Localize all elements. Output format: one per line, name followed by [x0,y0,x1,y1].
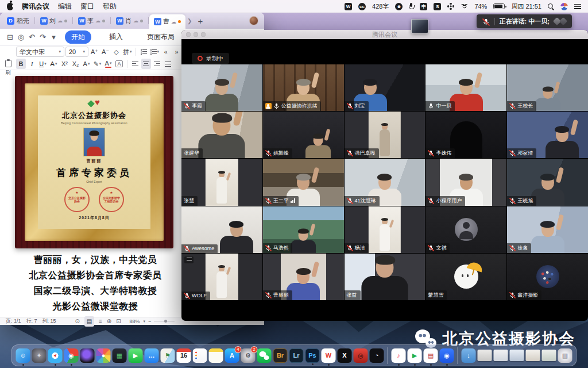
wps-doc-tab-1[interactable]: W刘☁ [36,13,72,29]
video-tile-王校长[interactable]: 王校长 [507,64,588,111]
video-tile-马浩然[interactable]: 马浩然 [263,206,344,253]
bullet-list-button[interactable] [139,47,149,57]
sogou-icon[interactable]: S [434,3,441,10]
undo-button[interactable]: ↶ [26,33,37,41]
dock-system-preferences-icon[interactable]: ⚙2 [241,348,256,363]
spotlight-search-icon[interactable] [548,3,554,10]
speaking-indicator-toast[interactable]: 正在讲话: 中一贝; [477,14,572,28]
creative-cloud-icon[interactable]: cc [358,3,366,10]
accessibility-icon[interactable] [447,3,454,10]
increase-indent-button[interactable]: » [172,47,181,57]
dock-window-thumb-3-icon[interactable] [510,350,524,361]
tab-scroll-next-button[interactable]: ❯ [185,18,194,24]
decrease-font-button[interactable]: A⁻ [100,47,110,57]
dock-capcut-icon[interactable]: X [338,348,352,363]
dock-photos-icon[interactable]: ● [96,348,111,363]
video-tile-强巴卓嘎[interactable]: 强巴卓嘎 [345,112,425,158]
dock-launchpad-icon[interactable]: ✦ [32,348,47,363]
underline-button[interactable]: U▾ [38,59,48,69]
toolbar-more-button[interactable]: ▾ [48,33,59,41]
wps-doc-tab-4[interactable]: W曹☁ [149,14,185,29]
video-tile-张建华[interactable]: 张建华 [181,112,262,158]
video-tile-王二平[interactable]: 王二平 [263,159,344,205]
dock-tv-media-icon[interactable]: ▦ [113,348,127,363]
menu-window[interactable]: 窗口 [80,2,94,12]
dock-window-thumb-2-icon[interactable] [494,350,508,361]
close-window-button[interactable] [186,32,191,37]
subscript-button[interactable]: X₂ [71,59,80,69]
word-app-icon[interactable]: W [345,3,352,10]
ribbon-tab-2[interactable]: 插入 [103,30,129,44]
web-layout-button[interactable]: ⊕ [107,318,111,324]
dock-obs-icon[interactable]: ◔ [370,348,384,363]
print-preview-button[interactable]: ◎ [16,33,26,41]
video-tile-张慧[interactable]: 张慧 [181,159,262,205]
zoom-dropdown-icon[interactable]: ▾ [144,319,146,324]
video-tile-姚振峰[interactable]: 姚振峰 [263,112,344,158]
notification-center-icon[interactable] [574,4,581,9]
participant-list-icon[interactable] [184,256,194,263]
menu-edit[interactable]: 编辑 [58,2,72,12]
bold-button[interactable]: B [16,59,26,69]
decrease-indent-button[interactable]: « [161,47,171,57]
dock-tencent-video-icon[interactable]: ▶ [408,348,422,363]
video-tile-杨洁[interactable]: 杨洁 [345,206,425,253]
ribbon-tab-1[interactable]: 开始 [65,30,91,44]
strikethrough-button[interactable]: A▾ [49,59,59,69]
font-color-button[interactable]: A▾ [103,59,113,69]
dock-trash-icon[interactable]: ▥ [558,348,572,363]
paste-icon[interactable] [5,60,11,67]
video-tile-蒙慧雪[interactable]: 蒙慧雪 [425,254,506,300]
dock-lightroom-icon[interactable]: Lr [289,348,304,363]
read-mode-button[interactable]: ⊙ [75,318,80,324]
minimize-window-button[interactable] [194,32,198,37]
wifi-icon[interactable] [461,3,468,9]
redo-button[interactable]: ↷ [37,33,48,41]
apple-menu-icon[interactable] [7,3,13,10]
wps-doc-tab-3[interactable]: W肖☁ [111,13,148,29]
dock-app-store-icon[interactable]: A4 [225,348,239,363]
emoji-input-icon[interactable]: ☻ [395,3,403,10]
dock-notes-icon[interactable] [209,348,223,363]
zoom-slider[interactable] [154,321,175,321]
dock-wechat-icon[interactable] [257,348,272,363]
font-size-select[interactable]: 20▾ [65,47,88,57]
superscript-button[interactable]: X² [60,59,69,69]
pinyin-guide-button[interactable]: 拼▾ [122,47,133,57]
font-family-select[interactable]: 华文中宋▾ [16,47,64,57]
video-tile-41沈慧琳[interactable]: 41沈慧琳 [345,159,425,205]
siri-icon[interactable] [560,3,568,10]
menu-help[interactable]: 帮助 [103,2,117,12]
highlight-button[interactable]: ✎▾ [92,59,102,69]
align-left-button[interactable] [130,59,140,69]
video-tile-小程序用户[interactable]: 小程序用户 [425,159,506,205]
docer-button[interactable]: D 稻壳 [2,13,34,29]
input-method-icon[interactable]: 中 [420,3,427,10]
dock-finder-icon[interactable]: ☺ [16,348,30,363]
dock-facetime-icon[interactable]: ▶ [129,348,143,363]
print-layout-button[interactable]: ▤ [84,316,94,327]
video-tile-鑫洋摄影[interactable]: 鑫洋摄影 [507,254,588,300]
clear-format-button[interactable]: ◇ [111,47,121,57]
video-tile-邓家琦[interactable]: 邓家琦 [507,112,588,158]
menu-app-name[interactable]: 腾讯会议 [22,2,49,12]
dock-window-thumb-1-icon[interactable] [478,350,492,361]
dock-maps-icon[interactable]: ⚑ [161,348,175,363]
char-border-button[interactable]: A [114,59,124,69]
dock-calendar-icon[interactable]: 16 [177,348,191,363]
menu-clock[interactable]: 周四 21:51 [511,2,541,11]
increase-font-button[interactable]: A⁺ [90,47,99,57]
video-tile-徐禽[interactable]: 徐禽 [507,206,588,253]
floating-thumbnail[interactable] [411,19,428,33]
dock-messages-icon[interactable]: … [145,348,159,363]
video-tile-张益[interactable]: 张益 [345,254,425,300]
dock-bridge-icon[interactable]: Br [273,348,288,363]
dock-window-thumb-5-icon[interactable] [542,350,556,361]
dock-downloads-icon[interactable]: ↓ [462,348,476,363]
ribbon-tab-3[interactable]: 页面布局 [141,30,181,44]
video-tile-曹丽丽[interactable]: 曹丽丽 [263,254,344,300]
dock-reminders-icon[interactable] [193,348,207,363]
justify-button[interactable] [163,59,173,69]
dock-tencent-meeting-icon[interactable]: ◉ [440,348,454,363]
zoom-out-button[interactable]: − [148,319,151,324]
